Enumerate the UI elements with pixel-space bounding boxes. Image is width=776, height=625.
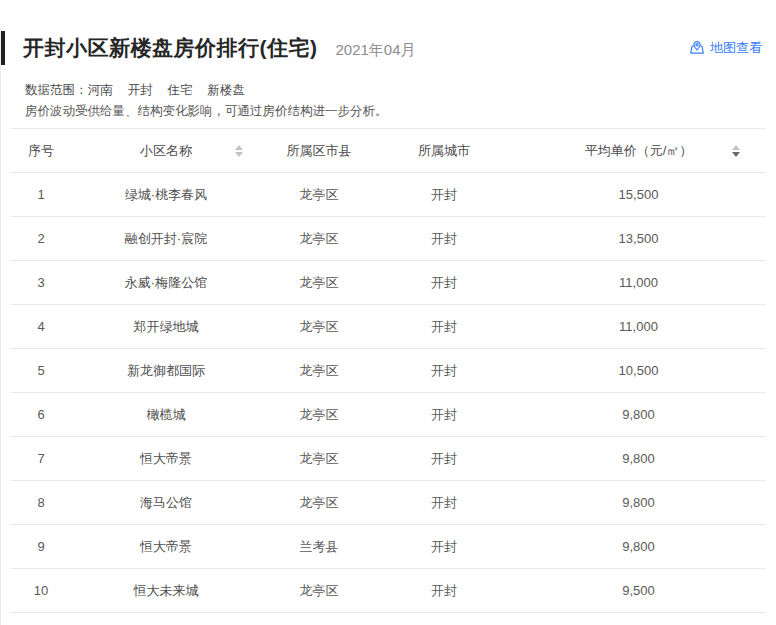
scope-tag-province[interactable]: 河南	[88, 80, 113, 101]
district-cell: 龙亭区	[261, 318, 377, 336]
table-row[interactable]: 8 海马公馆 龙亭区 开封 9,800	[11, 481, 766, 525]
district-cell: 龙亭区	[261, 494, 377, 512]
city-cell: 开封	[377, 406, 511, 424]
table-row[interactable]: 3 永威·梅隆公馆 龙亭区 开封 11,000	[11, 261, 766, 305]
col-header-price[interactable]: 平均单价（元/㎡）	[511, 142, 766, 160]
rank-cell: 2	[11, 231, 71, 246]
community-name[interactable]: 永威·梅隆公馆	[71, 274, 261, 292]
district-cell: 龙亭区	[261, 582, 377, 600]
map-pin-icon	[689, 40, 705, 56]
col-header-name-label: 小区名称	[140, 143, 192, 158]
community-name[interactable]: 海马公馆	[71, 494, 261, 512]
community-name[interactable]: 恒大帝景	[71, 538, 261, 556]
description-line: 房价波动受供给量、结构变化影响，可通过房价结构进一步分析。	[25, 101, 776, 122]
scope-tag-category[interactable]: 新楼盘	[208, 80, 246, 101]
rank-cell: 3	[11, 275, 71, 290]
ranking-table: 序号 小区名称 所属区市县 所属城市 平均单价（元/㎡） 1 绿城·桃李春风 龙…	[11, 128, 766, 613]
meta-section: 数据范围： 河南 开封 住宅 新楼盘 房价波动受供给量、结构变化影响，可通过房价…	[25, 80, 776, 122]
city-cell: 开封	[377, 538, 511, 556]
community-name[interactable]: 绿城·桃李春风	[71, 186, 261, 204]
rank-cell: 7	[11, 451, 71, 466]
rank-cell: 9	[11, 539, 71, 554]
community-name[interactable]: 郑开绿地城	[71, 318, 261, 336]
rank-cell: 6	[11, 407, 71, 422]
city-cell: 开封	[377, 362, 511, 380]
table-header-row: 序号 小区名称 所属区市县 所属城市 平均单价（元/㎡）	[11, 129, 766, 173]
city-cell: 开封	[377, 230, 511, 248]
community-name[interactable]: 橄榄城	[71, 406, 261, 424]
community-name[interactable]: 融创开封·宸院	[71, 230, 261, 248]
scope-label: 数据范围：	[25, 80, 88, 101]
report-date: 2021年04月	[336, 41, 416, 60]
page-header: 开封小区新楼盘房价排行(住宅) 2021年04月 地图查看	[1, 28, 762, 68]
price-cell: 13,500	[511, 231, 766, 246]
community-name[interactable]: 新龙御都国际	[71, 362, 261, 380]
district-cell: 兰考县	[261, 538, 377, 556]
table-row[interactable]: 1 绿城·桃李春风 龙亭区 开封 15,500	[11, 173, 766, 217]
table-row[interactable]: 4 郑开绿地城 龙亭区 开封 11,000	[11, 305, 766, 349]
col-header-district: 所属区市县	[261, 142, 377, 160]
district-cell: 龙亭区	[261, 230, 377, 248]
table-row[interactable]: 10 恒大未来城 龙亭区 开封 9,500	[11, 569, 766, 613]
price-cell: 9,800	[511, 495, 766, 510]
map-view-link[interactable]: 地图查看	[689, 39, 762, 57]
rank-cell: 1	[11, 187, 71, 202]
col-header-city: 所属城市	[377, 142, 511, 160]
table-row[interactable]: 7 恒大帝景 龙亭区 开封 9,800	[11, 437, 766, 481]
community-name[interactable]: 恒大未来城	[71, 582, 261, 600]
scope-tag-city[interactable]: 开封	[128, 80, 153, 101]
city-cell: 开封	[377, 274, 511, 292]
price-cell: 15,500	[511, 187, 766, 202]
price-cell: 11,000	[511, 275, 766, 290]
district-cell: 龙亭区	[261, 406, 377, 424]
table-row[interactable]: 5 新龙御都国际 龙亭区 开封 10,500	[11, 349, 766, 393]
housing-price-ranking-page: 开封小区新楼盘房价排行(住宅) 2021年04月 地图查看 数据范围： 河南 开…	[0, 28, 776, 625]
price-cell: 9,800	[511, 451, 766, 466]
table-row[interactable]: 2 融创开封·宸院 龙亭区 开封 13,500	[11, 217, 766, 261]
col-header-rank: 序号	[11, 142, 71, 160]
table-row[interactable]: 6 橄榄城 龙亭区 开封 9,800	[11, 393, 766, 437]
city-cell: 开封	[377, 582, 511, 600]
district-cell: 龙亭区	[261, 450, 377, 468]
rank-cell: 8	[11, 495, 71, 510]
table-row[interactable]: 9 恒大帝景 兰考县 开封 9,800	[11, 525, 766, 569]
sort-icon-price[interactable]	[732, 145, 740, 157]
city-cell: 开封	[377, 494, 511, 512]
rank-cell: 5	[11, 363, 71, 378]
district-cell: 龙亭区	[261, 362, 377, 380]
title-accent-bar	[1, 31, 5, 65]
scope-tag-type[interactable]: 住宅	[168, 80, 193, 101]
community-name[interactable]: 恒大帝景	[71, 450, 261, 468]
page-title: 开封小区新楼盘房价排行(住宅)	[23, 34, 318, 62]
district-cell: 龙亭区	[261, 274, 377, 292]
col-header-name[interactable]: 小区名称	[71, 142, 261, 160]
price-cell: 11,000	[511, 319, 766, 334]
city-cell: 开封	[377, 450, 511, 468]
city-cell: 开封	[377, 318, 511, 336]
district-cell: 龙亭区	[261, 186, 377, 204]
sort-icon-name[interactable]	[235, 145, 243, 157]
rank-cell: 4	[11, 319, 71, 334]
map-view-label: 地图查看	[710, 39, 762, 57]
city-cell: 开封	[377, 186, 511, 204]
price-cell: 9,800	[511, 407, 766, 422]
data-scope-line: 数据范围： 河南 开封 住宅 新楼盘	[25, 80, 776, 101]
price-cell: 9,500	[511, 583, 766, 598]
price-cell: 9,800	[511, 539, 766, 554]
col-header-price-label: 平均单价（元/㎡）	[585, 143, 693, 158]
rank-cell: 10	[11, 583, 71, 598]
price-cell: 10,500	[511, 363, 766, 378]
